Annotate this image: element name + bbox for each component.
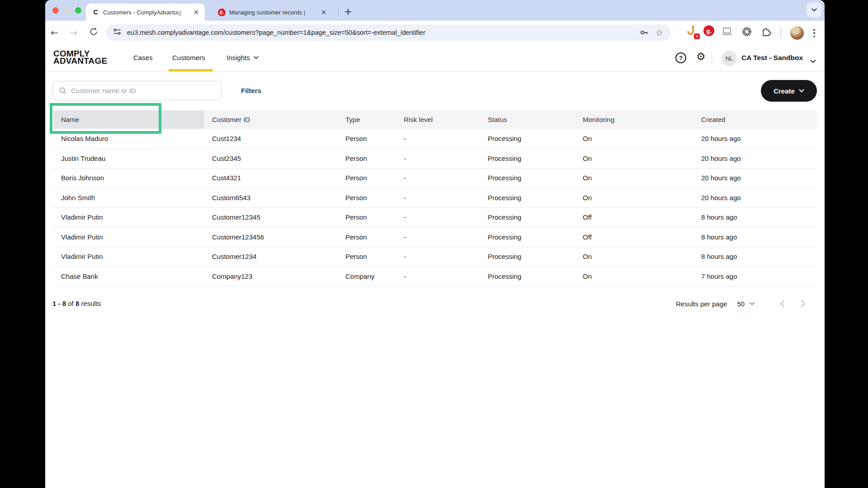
cell-name[interactable]: Vladimir Putin	[53, 227, 204, 247]
cell-monitoring: On	[575, 247, 693, 267]
help-button[interactable]: ?	[675, 52, 686, 63]
close-window-button[interactable]	[52, 7, 59, 14]
cell-risk-level: -	[396, 188, 480, 208]
g-extension-icon[interactable]: g.	[702, 25, 716, 40]
cell-customer-id: Customer1234	[204, 247, 338, 267]
table-row[interactable]: Nicolas Maduro Cust1234 Person - Process…	[53, 129, 816, 149]
per-page-dropdown[interactable]: 50	[737, 300, 755, 308]
profile-avatar[interactable]	[790, 26, 804, 40]
new-tab-button[interactable]: +	[341, 5, 355, 19]
reload-button[interactable]	[89, 27, 99, 39]
cell-created: 7 hours ago	[693, 267, 816, 286]
account-chevron[interactable]	[810, 57, 816, 65]
next-page-button[interactable]	[797, 298, 808, 309]
cell-status: Processing	[480, 267, 575, 286]
tab-separator	[338, 8, 339, 16]
column-header-created[interactable]: Created	[693, 110, 816, 129]
previous-page-button[interactable]	[777, 298, 788, 309]
tab-managing-records[interactable]: g. Managing customer records | ×	[212, 4, 332, 21]
sunburst-extension-icon[interactable]	[740, 25, 754, 40]
extension-badge: ?	[694, 33, 700, 39]
close-tab-icon[interactable]: ×	[319, 7, 329, 17]
tab-search-chevron-button[interactable]	[807, 2, 821, 18]
cell-customer-id: Company123	[204, 267, 338, 286]
cell-created: 20 hours ago	[693, 149, 816, 169]
cell-name[interactable]: Vladimir Putin	[53, 247, 204, 267]
tab-title: Customers - ComplyAdvantag	[103, 9, 188, 16]
cell-customer-id: Cust2345	[204, 149, 338, 169]
url-text[interactable]: eu3.mesh.complyadvantage.com/customers?p…	[127, 29, 425, 36]
cell-name[interactable]: Justin Trudeau	[53, 149, 204, 169]
account-name[interactable]: CA Test - Sandbox	[741, 54, 803, 62]
forward-button[interactable]: →	[70, 27, 77, 38]
settings-button[interactable]: ⚙	[696, 51, 706, 62]
customer-search[interactable]	[52, 81, 222, 100]
help-icon: ?	[675, 52, 686, 63]
table-row[interactable]: Vladimir Putin Customer123456 Person - P…	[53, 227, 816, 247]
search-input[interactable]	[71, 87, 207, 94]
cell-type: Person	[338, 188, 396, 208]
password-key-icon[interactable]	[639, 24, 650, 41]
browser-menu-icon[interactable]	[811, 28, 817, 38]
back-button[interactable]: ←	[51, 27, 58, 38]
extensions-puzzle-icon[interactable]	[759, 25, 773, 40]
address-bar[interactable]: eu3.mesh.complyadvantage.com/customers?p…	[106, 24, 671, 41]
cell-created: 8 hours ago	[693, 247, 816, 267]
column-header-type[interactable]: Type	[338, 110, 396, 129]
cell-monitoring: On	[575, 267, 693, 286]
app-header: COMPLY ADVANTAGE Cases Customers Insight…	[45, 44, 825, 72]
nav-customers[interactable]: Customers	[172, 54, 205, 61]
nav-cases[interactable]: Cases	[133, 54, 153, 61]
complyadvantage-logo[interactable]: COMPLY ADVANTAGE	[53, 50, 107, 65]
minimize-window-button[interactable]	[64, 7, 70, 14]
results-count: 1 - 8 of 8 results	[52, 300, 101, 307]
cell-risk-level: -	[396, 227, 480, 247]
table-row[interactable]: Vladimir Putin Customer1234 Person - Pro…	[53, 247, 816, 267]
cell-type: Company	[338, 267, 396, 286]
toolbar-separator	[780, 27, 781, 38]
column-header-risk-level[interactable]: Risk level	[396, 110, 480, 129]
chevron-left-icon	[780, 300, 785, 308]
zoom-window-button[interactable]	[75, 7, 81, 14]
tab-customers[interactable]: C Customers - ComplyAdvantag ×	[86, 4, 205, 21]
cell-type: Person	[338, 168, 396, 188]
table-row[interactable]: Boris Johnson Cust4321 Person - Processi…	[53, 168, 816, 188]
cell-type: Person	[338, 149, 396, 169]
cell-customer-id: Custom6543	[204, 188, 338, 208]
cell-monitoring: Off	[575, 227, 693, 247]
customers-table: Name Customer ID Type Risk level Status …	[53, 110, 816, 286]
browser-window: C Customers - ComplyAdvantag × g. Managi…	[45, 0, 825, 488]
tab-title: Managing customer records |	[229, 9, 315, 16]
cell-created: 20 hours ago	[693, 188, 816, 208]
nav-insights[interactable]: Insights	[226, 54, 259, 61]
column-header-monitoring[interactable]: Monitoring	[575, 110, 693, 129]
cell-name[interactable]: Boris Johnson	[53, 168, 204, 188]
filters-button[interactable]: Filters	[241, 87, 261, 94]
column-header-status[interactable]: Status	[480, 110, 575, 129]
table-row[interactable]: Justin Trudeau Cust2345 Person - Process…	[53, 149, 816, 169]
column-header-customer-id[interactable]: Customer ID	[204, 110, 338, 129]
cell-status: Processing	[480, 247, 575, 267]
pagination-controls: Results per page 50	[676, 298, 808, 309]
cell-name[interactable]: Chase Bank	[53, 267, 204, 286]
table-row[interactable]: Chase Bank Company123 Company - Processi…	[53, 267, 816, 286]
close-tab-icon[interactable]: ×	[191, 7, 201, 17]
cell-name[interactable]: Nicolas Maduro	[53, 129, 204, 149]
cell-name[interactable]: John Smith	[53, 188, 204, 208]
site-settings-icon[interactable]	[113, 27, 122, 38]
table-header-row: Name Customer ID Type Risk level Status …	[53, 110, 816, 129]
laptop-extension-icon[interactable]	[720, 25, 734, 40]
cell-risk-level: -	[396, 168, 480, 188]
hook-extension-icon[interactable]: ?	[685, 25, 700, 40]
table-row[interactable]: Vladimir Putin Customer12345 Person - Pr…	[53, 207, 816, 227]
cell-monitoring: Off	[575, 207, 693, 227]
table-row[interactable]: John Smith Custom6543 Person - Processin…	[53, 188, 816, 208]
user-avatar-initials[interactable]: NL	[722, 51, 737, 66]
bookmark-star-icon[interactable]: ☆	[656, 24, 663, 41]
search-icon	[59, 87, 67, 95]
cell-status: Processing	[480, 227, 575, 247]
create-button[interactable]: Create	[761, 80, 817, 102]
gear-icon: ⚙	[696, 51, 706, 62]
cell-name[interactable]: Vladimir Putin	[53, 207, 204, 227]
column-header-name[interactable]: Name	[53, 110, 204, 129]
